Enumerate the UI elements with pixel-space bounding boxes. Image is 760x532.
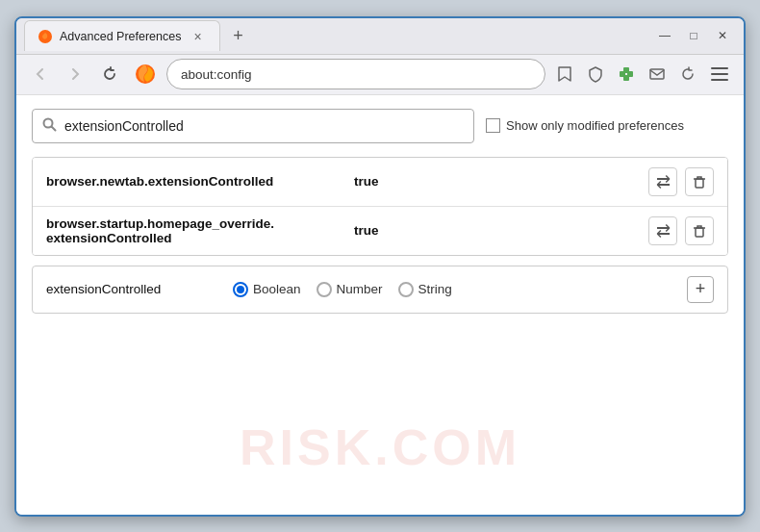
svg-rect-4 — [623, 67, 629, 73]
title-bar: Advanced Preferences × + — □ ✕ — [16, 18, 744, 55]
minimize-button[interactable]: — — [651, 22, 678, 49]
pref-value-2: true — [354, 223, 648, 238]
search-input[interactable] — [64, 118, 464, 134]
nav-icons — [551, 60, 734, 89]
active-tab[interactable]: Advanced Preferences × — [24, 20, 220, 51]
pref-toggle-button-1[interactable]: ⇄ — [648, 167, 677, 196]
table-row[interactable]: browser.startup.homepage_override. exten… — [33, 207, 727, 255]
add-preference-button[interactable]: + — [687, 276, 714, 303]
tab-favicon — [38, 30, 52, 43]
address-text: about:config — [181, 67, 531, 82]
pref-actions-1: ⇄ — [648, 167, 714, 196]
new-tab-button[interactable]: + — [224, 22, 251, 49]
radio-inner-boolean — [237, 286, 244, 293]
search-box[interactable] — [32, 109, 474, 143]
radio-number[interactable]: Number — [317, 282, 383, 297]
forward-button[interactable] — [61, 60, 89, 89]
mail-icon[interactable] — [644, 61, 671, 88]
search-row: Show only modified preferences — [32, 109, 728, 143]
bookmark-icon[interactable] — [551, 61, 578, 88]
trash-icon-1 — [692, 174, 707, 190]
radio-outer-string — [398, 282, 414, 297]
back-button[interactable] — [26, 60, 55, 89]
pref-delete-button-2[interactable] — [685, 216, 714, 245]
add-icon: + — [696, 279, 706, 299]
navigation-bar: about:config — [16, 55, 744, 95]
tab-close-button[interactable]: × — [189, 28, 206, 45]
close-button[interactable]: ✕ — [709, 22, 736, 49]
show-modified-text: Show only modified preferences — [506, 118, 684, 133]
sync-icon[interactable] — [674, 61, 701, 88]
search-icon — [42, 117, 57, 135]
pref-name-1: browser.newtab.extensionControlled — [46, 174, 354, 189]
maximize-button[interactable]: □ — [680, 22, 707, 49]
firefox-logo — [132, 61, 159, 88]
add-pref-name: extensionControlled — [46, 282, 219, 296]
radio-string[interactable]: String — [398, 282, 452, 297]
svg-rect-6 — [650, 69, 664, 79]
toggle-icon-1: ⇄ — [656, 171, 671, 192]
reload-button[interactable] — [95, 60, 124, 89]
svg-rect-8 — [696, 179, 703, 188]
watermark: RISK.COM — [240, 418, 520, 476]
toggle-icon-2: ⇄ — [656, 220, 671, 241]
show-modified-label[interactable]: Show only modified preferences — [486, 118, 684, 133]
show-modified-checkbox[interactable] — [486, 118, 500, 133]
menu-button[interactable] — [705, 60, 734, 89]
pref-value-1: true — [354, 174, 648, 189]
radio-outer-number — [317, 282, 332, 297]
table-row[interactable]: browser.newtab.extensionControlled true … — [33, 158, 727, 207]
extension-icon[interactable] — [613, 61, 640, 88]
browser-window: Advanced Preferences × + — □ ✕ — [14, 16, 746, 517]
svg-rect-9 — [696, 228, 703, 237]
radio-label-string: String — [418, 282, 452, 296]
tab-title: Advanced Preferences — [60, 30, 181, 43]
pref-actions-2: ⇄ — [648, 216, 714, 245]
content-area: RISK.COM Show only modified preferences — [16, 95, 744, 515]
type-radio-group: Boolean Number String — [233, 282, 673, 297]
pref-name-2: browser.startup.homepage_override. exten… — [46, 216, 354, 245]
radio-label-number: Number — [337, 282, 383, 296]
radio-boolean[interactable]: Boolean — [233, 282, 301, 297]
window-controls: — □ ✕ — [651, 22, 736, 49]
radio-outer-boolean — [233, 282, 248, 297]
hamburger-icon — [707, 63, 732, 85]
address-value: about:config — [181, 67, 252, 82]
preferences-table: browser.newtab.extensionControlled true … — [32, 157, 728, 256]
pref-delete-button-1[interactable] — [685, 167, 714, 196]
radio-label-boolean: Boolean — [253, 282, 301, 296]
address-bar[interactable]: about:config — [166, 59, 545, 89]
pref-toggle-button-2[interactable]: ⇄ — [648, 216, 677, 245]
add-preference-row: extensionControlled Boolean Number — [32, 266, 728, 314]
trash-icon-2 — [692, 223, 707, 239]
shield-icon[interactable] — [582, 61, 609, 88]
svg-rect-5 — [623, 75, 629, 81]
